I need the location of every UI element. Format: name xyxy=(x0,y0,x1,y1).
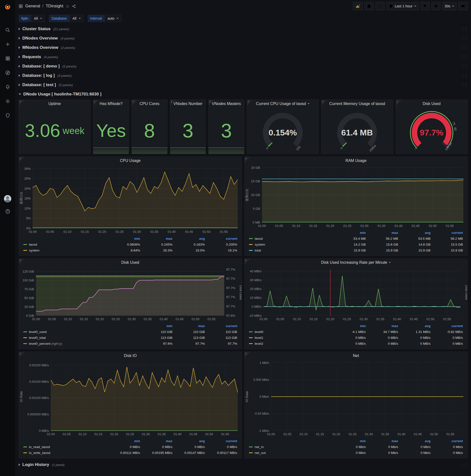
legend-series-name[interactable]: net_out xyxy=(248,450,335,456)
legend-series-name[interactable]: level2 xyxy=(248,340,335,346)
legend-series-name[interactable]: level0_used xyxy=(22,329,142,335)
panel-title[interactable]: Disk IO xyxy=(19,352,242,360)
time-range-picker[interactable]: Last 1 hour xyxy=(387,2,419,10)
row-drag-handle[interactable]: ⋮⋮ xyxy=(461,64,468,68)
legend-series-name[interactable]: level1 xyxy=(248,335,335,340)
row-drag-handle[interactable]: ⋮⋮ xyxy=(461,45,468,50)
legend-col-max[interactable]: max xyxy=(142,236,174,241)
legend-col-min[interactable]: min xyxy=(109,236,142,241)
legend-col-min[interactable]: min xyxy=(142,323,174,329)
legend-col-max[interactable]: max xyxy=(174,323,206,329)
legend-col-avg[interactable]: avg xyxy=(400,438,432,444)
legend-series-name[interactable]: system xyxy=(248,241,335,247)
breadcrumb-folder[interactable]: General xyxy=(25,4,40,9)
row-requests[interactable]: Requests(4 panels)⋮⋮ xyxy=(19,53,468,61)
alerting-bell-icon[interactable] xyxy=(3,83,12,91)
legend-col-current[interactable]: current xyxy=(206,323,239,329)
row-login-history[interactable]: Login History(1 panel)⋮⋮ xyxy=(19,461,468,469)
row-dnodes-overview[interactable]: DNodes Overview(4 panels)⋮⋮ xyxy=(19,34,468,42)
legend-col-max[interactable]: max xyxy=(367,438,400,444)
zoom-out-button[interactable] xyxy=(421,2,430,10)
share-icon[interactable] xyxy=(72,4,76,8)
row-drag-handle[interactable]: ⋮⋮ xyxy=(461,36,468,40)
legend-col-current[interactable]: current xyxy=(432,230,464,236)
legend-col-avg[interactable]: avg xyxy=(174,438,206,444)
panel-title[interactable]: Disk Used Increasing Rate per Minute xyxy=(245,259,467,267)
panel-info-icon[interactable]: i xyxy=(170,100,176,106)
panel-info-icon[interactable]: i xyxy=(396,100,402,106)
net-chart[interactable]: -1 Mb/s-0.50 Mb/s0 Mb/s0.500 Mb/s1 Mb/s0… xyxy=(245,360,467,438)
panel-title[interactable]: CPU Usage xyxy=(19,157,242,165)
panel-title[interactable]: Disk Used xyxy=(396,100,467,108)
row-mnodes-overview[interactable]: MNodes Overview(2 panels)⋮⋮ xyxy=(19,44,468,51)
legend-col-current[interactable]: current xyxy=(432,323,464,329)
legend-series-name[interactable]: level0 xyxy=(248,329,335,335)
admin-shield-icon[interactable] xyxy=(3,111,12,120)
legend-series-name[interactable]: io_read_taosd xyxy=(22,444,109,450)
disk-rate-chart[interactable]: -10 MB/s0 MB/s10 MB/s20 MB/s30 MB/s40 MB… xyxy=(245,267,467,323)
row-database-test[interactable]: Database: [ test ](5 panels)⋮⋮ xyxy=(19,81,468,89)
row-drag-handle[interactable]: ⋮⋮ xyxy=(461,83,468,87)
panel-info-icon[interactable]: i xyxy=(321,100,327,106)
legend-series-name[interactable]: io_write_taosd xyxy=(22,450,109,456)
add-panel-button[interactable] xyxy=(353,2,363,10)
explore-compass-icon[interactable] xyxy=(3,68,12,77)
disk-io-chart[interactable]: 0 MB/s0.000500 MB/s0.00100 MB/s0.00150 M… xyxy=(19,360,242,438)
refresh-button[interactable] xyxy=(432,2,440,10)
row-drag-handle[interactable]: ⋮⋮ xyxy=(461,55,468,59)
panel-info-icon[interactable]: i xyxy=(93,100,99,106)
panel-info-icon[interactable]: i xyxy=(245,157,251,163)
save-dashboard-button[interactable] xyxy=(365,2,374,10)
panel-info-icon[interactable]: i xyxy=(247,100,253,106)
search-icon[interactable] xyxy=(3,26,12,34)
legend-series-name[interactable]: level0_total xyxy=(22,335,142,340)
variable-database-label[interactable]: Database xyxy=(49,15,69,22)
variable-fqdn-label[interactable]: fqdn xyxy=(19,15,31,22)
panel-title[interactable]: Disk Used xyxy=(19,259,242,267)
variable-fqdn-value[interactable]: All xyxy=(31,15,45,22)
panel-title[interactable]: Net xyxy=(245,352,467,360)
panel-info-icon[interactable]: i xyxy=(19,352,25,358)
panel-title[interactable]: Current Memory Usage of taosd xyxy=(321,100,393,108)
cycle-view-mode-button[interactable] xyxy=(458,2,468,10)
disk-used-chart[interactable]: 0 GiB25 GiB50 GiB75 GiB100 GiB125 GiB01:… xyxy=(19,267,242,323)
legend-col-min[interactable]: min xyxy=(109,438,142,444)
row-database-log[interactable]: Database: [ log ](5 panels)⋮⋮ xyxy=(19,72,468,80)
star-icon[interactable]: ☆ xyxy=(66,4,69,9)
legend-col-min[interactable]: min xyxy=(335,230,367,236)
panel-title[interactable]: RAM Usage xyxy=(245,157,467,165)
panel-info-icon[interactable]: i xyxy=(19,157,25,163)
row-dnode-usage[interactable]: DNode Usage [ huolinhe-TM1701:6030 ] xyxy=(19,90,468,98)
cpu-usage-chart[interactable]: 0%5%10%15%20%25%30%01:0001:0501:1001:150… xyxy=(19,165,242,235)
legend-col-max[interactable]: max xyxy=(367,323,400,329)
panel-info-icon[interactable]: i xyxy=(19,100,25,106)
dashboards-icon[interactable] xyxy=(3,54,12,63)
panel-info-icon[interactable]: i xyxy=(245,352,251,358)
row-database-demo[interactable]: Database: [ demo ](5 panels)⋮⋮ xyxy=(19,62,468,70)
breadcrumb-dashboard[interactable]: TDinsight xyxy=(46,4,63,9)
row-drag-handle[interactable]: ⋮⋮ xyxy=(461,462,468,467)
row-drag-handle[interactable]: ⋮⋮ xyxy=(461,73,468,78)
legend-col-min[interactable]: min xyxy=(335,323,367,329)
legend-series-name[interactable]: taosd xyxy=(22,241,109,247)
legend-col-current[interactable]: current xyxy=(206,438,239,444)
grafana-logo[interactable] xyxy=(0,0,15,14)
legend-col-max[interactable]: max xyxy=(367,230,400,236)
panel-info-icon[interactable]: i xyxy=(208,100,214,106)
user-avatar[interactable] xyxy=(4,195,11,203)
create-plus-icon[interactable] xyxy=(3,40,12,49)
panel-info-icon[interactable]: i xyxy=(245,259,251,265)
legend-col-current[interactable]: current xyxy=(432,438,464,444)
variable-database-value[interactable]: All xyxy=(69,15,84,22)
variable-interval-label[interactable]: Interval xyxy=(88,15,105,22)
dashboard-settings-button[interactable] xyxy=(376,2,385,10)
configuration-gear-icon[interactable] xyxy=(3,97,12,105)
ram-usage-chart[interactable]: 0 MB5 GB10 GB15 GB20 GB01:0001:0501:1001… xyxy=(245,165,467,229)
refresh-interval-picker[interactable]: 30s xyxy=(442,2,456,10)
help-icon[interactable] xyxy=(3,207,12,216)
panel-info-icon[interactable]: i xyxy=(132,100,138,106)
legend-series-name[interactable]: total xyxy=(248,247,335,253)
legend-col-min[interactable]: min xyxy=(335,438,367,444)
legend-series-name[interactable]: taosd xyxy=(248,236,335,241)
variable-interval-value[interactable]: auto xyxy=(104,15,121,22)
